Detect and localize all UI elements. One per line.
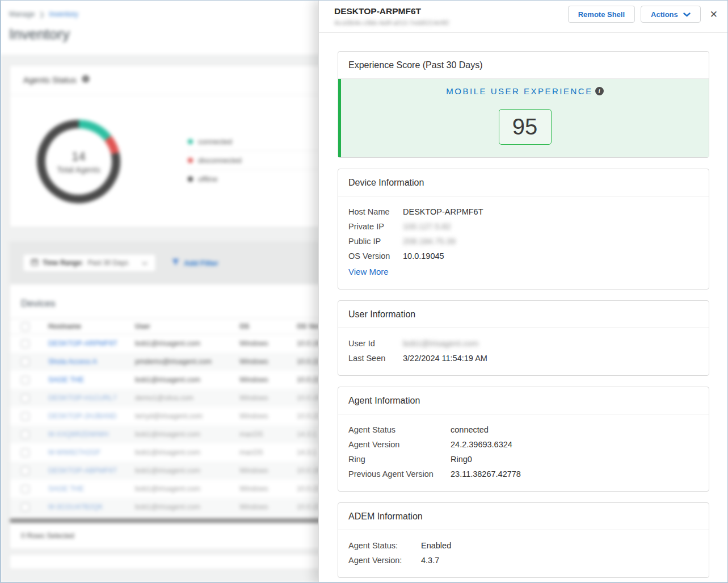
time-range-dropdown[interactable]: Time Range: Past 30 Days <box>23 254 156 272</box>
breadcrumb-manage[interactable]: Manage <box>9 10 35 18</box>
calendar-icon <box>31 259 38 267</box>
agents-status-title: Agents Status <box>23 75 76 85</box>
settings-icon[interactable] <box>82 75 90 85</box>
info-icon[interactable]: i <box>595 87 604 95</box>
hostname-link[interactable]: DESKTOP-H1CURL7 <box>48 394 135 402</box>
os-version-row: OS Version 10.0.19045 <box>348 249 698 263</box>
last-seen-row: Last Seen 3/22/2024 11:54:19 AM <box>348 351 698 366</box>
row-checkbox[interactable] <box>21 503 30 511</box>
experience-score-card: Experience Score (Past 30 Days) MOBILE U… <box>338 51 709 158</box>
row-checkbox[interactable] <box>21 485 30 493</box>
adem-information-card: ADEM Information Agent Status: Enabled A… <box>338 502 709 578</box>
row-checkbox[interactable] <box>21 448 30 457</box>
row-checkbox[interactable] <box>21 376 30 384</box>
agents-donut-chart: 14 Total Agents <box>35 118 123 205</box>
agent-status-row: Agent Status connected <box>348 422 698 437</box>
ring-row: Ring Ring0 <box>348 452 698 467</box>
hostname-link[interactable]: Shola Access A <box>48 358 135 366</box>
hostname-link[interactable]: DESKTOP-ABPMF6T <box>48 467 135 475</box>
host-name-row: Host Name DESKTOP-ARPMF6T <box>348 204 698 219</box>
mobile-user-experience-label: MOBILE USER EXPERIENCE <box>446 86 592 96</box>
row-checkbox[interactable] <box>21 430 30 439</box>
remote-shell-button[interactable]: Remote Shell <box>568 6 635 23</box>
hostname-link[interactable]: M-3CGU47B2QK <box>48 503 135 511</box>
user-id-row: User Id bob1@irisagent.com <box>348 336 698 351</box>
agent-version-row: Agent Version 24.2.39693.6324 <box>348 437 698 452</box>
row-checkbox[interactable] <box>21 412 30 421</box>
hostname-link[interactable]: SAGE THE <box>48 376 135 384</box>
select-all-checkbox[interactable] <box>21 322 30 331</box>
breadcrumb-chevron-icon: ❯ <box>39 11 44 18</box>
adem-agent-version-row: Agent Version: 4.3.7 <box>348 553 698 568</box>
experience-score-title: Experience Score (Past 30 Days) <box>338 52 709 79</box>
device-detail-panel: DESKTOP-ARPMF6T 4ccd3b4e-c9bb-4a9f-a013-… <box>318 0 728 583</box>
close-icon[interactable]: ✕ <box>710 10 718 19</box>
public-ip-row: Public IP 208.184.75.39 <box>348 234 698 249</box>
agent-information-card: Agent Information Agent Status connected… <box>338 387 709 492</box>
hostname-link[interactable]: DESKTOP-ARPMF6T <box>48 339 135 347</box>
chevron-down-icon <box>683 10 691 19</box>
row-checkbox[interactable] <box>21 339 30 348</box>
funnel-icon <box>172 259 179 267</box>
row-checkbox[interactable] <box>21 394 30 402</box>
actions-button[interactable]: Actions <box>641 6 701 23</box>
legend-dot-offline <box>188 177 193 182</box>
add-filter-button[interactable]: Add Filter <box>172 259 218 267</box>
hostname-link[interactable]: M-WW827H2GF <box>48 448 135 456</box>
adem-agent-status-row: Agent Status: Enabled <box>348 538 698 553</box>
hostname-link[interactable]: SAGE THE <box>48 485 135 493</box>
device-information-card: Device Information Host Name DESKTOP-ARP… <box>338 169 709 290</box>
hostname-link[interactable]: DESKTOP-2HJBAND <box>48 412 135 420</box>
row-checkbox[interactable] <box>21 467 30 475</box>
view-more-link[interactable]: View More <box>348 265 389 279</box>
donut-total-value: 14 <box>71 149 85 164</box>
legend-dot-disconnected <box>188 158 193 163</box>
panel-header: DESKTOP-ARPMF6T 4ccd3b4e-c9bb-4a9f-a013-… <box>319 0 728 33</box>
experience-score-value: 95 <box>499 109 552 145</box>
chevron-down-icon <box>142 259 148 267</box>
row-checkbox[interactable] <box>21 358 30 366</box>
donut-total-label: Total Agents <box>57 165 100 174</box>
legend-dot-connected <box>188 139 193 144</box>
previous-agent-version-row: Previous Agent Version 23.11.38267.42778 <box>348 467 698 481</box>
user-information-card: User Information User Id bob1@irisagent.… <box>338 300 709 376</box>
hostname-link[interactable]: M-XXQ6RZDWWH <box>48 430 135 438</box>
private-ip-row: Private IP 100.127.5.82 <box>348 219 698 234</box>
breadcrumb-inventory[interactable]: Inventory <box>49 10 78 18</box>
panel-body: Experience Score (Past 30 Days) MOBILE U… <box>319 33 728 583</box>
